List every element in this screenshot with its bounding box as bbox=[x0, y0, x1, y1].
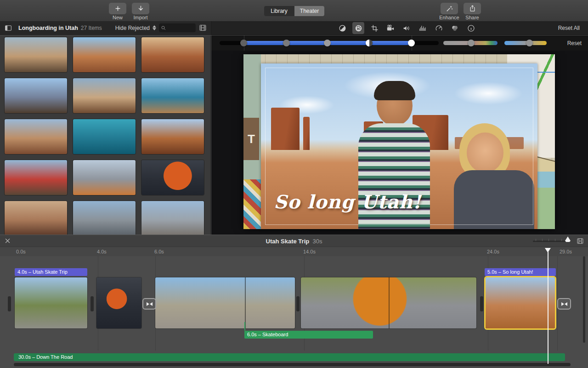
reset-all-button[interactable]: Reset All bbox=[558, 25, 580, 31]
stabilization-camera-icon[interactable] bbox=[384, 22, 396, 34]
horizontal-scrollbar[interactable] bbox=[14, 363, 571, 366]
download-arrow-icon bbox=[137, 5, 145, 12]
vertical-scrollbar[interactable] bbox=[583, 256, 585, 343]
clip-title-bar[interactable]: 5.0s – So long Utah! bbox=[485, 268, 556, 276]
share-button-label: Share bbox=[456, 15, 488, 20]
adjustments-icon-row bbox=[336, 22, 477, 34]
tab-theater[interactable]: Theater bbox=[294, 6, 324, 16]
trim-handle[interactable] bbox=[296, 296, 300, 311]
filter-stepper-icon[interactable] bbox=[153, 25, 156, 30]
trim-handle[interactable] bbox=[8, 296, 11, 311]
tab-library[interactable]: Library bbox=[264, 6, 294, 16]
saturation-slider-knob[interactable] bbox=[468, 40, 475, 46]
timeline-header: Utah Skate Trip 30s bbox=[0, 235, 588, 247]
color-balance-icon[interactable] bbox=[336, 22, 348, 34]
timeline-clip-mountain-road-skaters[interactable] bbox=[155, 277, 295, 328]
info-icon[interactable] bbox=[465, 22, 477, 34]
butte-spike bbox=[303, 117, 310, 150]
browser-thumbnail-downhill-skaters-group[interactable] bbox=[73, 201, 136, 235]
new-button[interactable] bbox=[109, 3, 126, 14]
share-button[interactable] bbox=[464, 3, 481, 14]
filmstrip-view-icon[interactable] bbox=[198, 24, 207, 32]
top-toolbar: New Import Library Theater Enhance Share bbox=[0, 0, 588, 22]
cloud bbox=[454, 82, 523, 105]
playhead-line[interactable] bbox=[548, 248, 548, 364]
adjustments-toolbar: Reset All bbox=[211, 21, 588, 35]
clip-title-bar[interactable]: 4.0s – Utah Skate Trip bbox=[15, 268, 87, 276]
timeline-clip-desert-road[interactable] bbox=[15, 277, 87, 328]
plus-icon bbox=[114, 5, 122, 12]
color-correction-sliders: Reset bbox=[211, 35, 588, 51]
timeline-body: 4.0s – Utah Skate Trip5.0s – So long Uta… bbox=[0, 256, 588, 368]
speed-gauge-icon[interactable] bbox=[433, 22, 445, 34]
timeline-zoom-slider[interactable] bbox=[533, 241, 568, 242]
viewer-preview: T 52 AUS bbox=[211, 51, 588, 235]
noise-reduction-eq-icon[interactable] bbox=[417, 22, 429, 34]
browser-item-count: 27 Items bbox=[81, 25, 102, 31]
import-button-label: Import bbox=[124, 15, 157, 20]
browser-thumbnail-cliff-jump-lake[interactable] bbox=[141, 78, 204, 113]
timeline-clip-couple-monument-valley[interactable] bbox=[486, 277, 555, 328]
transition-icon[interactable] bbox=[142, 298, 156, 310]
browser-thumbnail-canyon-mountain-biker[interactable] bbox=[141, 119, 204, 154]
butte-left bbox=[271, 108, 300, 150]
transition-icon[interactable] bbox=[557, 298, 571, 310]
crop-icon[interactable] bbox=[368, 22, 380, 34]
ruler-label-0.0s: 0.0s bbox=[16, 249, 26, 254]
levels-knob-2[interactable] bbox=[324, 40, 331, 46]
temperature-slider-knob[interactable] bbox=[526, 40, 533, 46]
search-input[interactable] bbox=[168, 25, 192, 31]
music-clip-down-the-road[interactable]: 30.0s – Down The Road bbox=[14, 353, 565, 361]
preview-photo: So long Utah! bbox=[261, 63, 537, 229]
search-field[interactable] bbox=[159, 23, 196, 32]
timeline-ruler[interactable]: 0.0s4.0s6.0s14.0s24.0s29.0s bbox=[0, 247, 588, 256]
sidebar-toggle-icon[interactable] bbox=[4, 24, 13, 32]
thumbnail-grid bbox=[0, 35, 211, 235]
browser-thumbnail-skateboard-wheel-closeup[interactable] bbox=[141, 160, 204, 195]
search-icon bbox=[161, 25, 166, 31]
trim-handle[interactable] bbox=[90, 296, 94, 311]
map-brown-card: T bbox=[243, 118, 259, 160]
browser-thumbnail-red-helmet-portrait[interactable] bbox=[5, 160, 67, 195]
browser-header: Longboarding in Utah 27 Items Hide Rejec… bbox=[0, 21, 211, 35]
clip-filter-circles-icon[interactable] bbox=[449, 22, 461, 34]
browser-thumbnail-canyon-overlook-hiker[interactable] bbox=[141, 37, 204, 72]
temperature-slider[interactable] bbox=[504, 41, 547, 45]
browser-thumbnail-face-closeup[interactable] bbox=[5, 201, 67, 235]
browser-title: Longboarding in Utah bbox=[18, 25, 78, 31]
connected-clip-skateboard[interactable]: 6.0s – Skateboard bbox=[244, 331, 373, 339]
filter-dropdown[interactable]: Hide Rejected bbox=[115, 25, 150, 31]
imovie-window: New Import Library Theater Enhance Share bbox=[0, 0, 588, 368]
trim-handle[interactable] bbox=[480, 296, 483, 311]
levels-knob-3[interactable] bbox=[366, 40, 373, 46]
levels-knob-1[interactable] bbox=[283, 40, 290, 46]
library-theater-segmented-control: Library Theater bbox=[264, 6, 324, 16]
color-correction-icon[interactable] bbox=[352, 22, 364, 34]
preview-frame-map-collage: T 52 AUS bbox=[243, 54, 555, 229]
ruler-label-24.0s: 24.0s bbox=[487, 249, 499, 254]
timeline-clip-wheel-closeup[interactable] bbox=[96, 277, 141, 328]
project-duration: 30s bbox=[312, 238, 322, 245]
timeline-project-title: Utah Skate Trip 30s bbox=[0, 238, 588, 245]
browser-thumbnail-selfie-in-bus[interactable] bbox=[5, 37, 67, 72]
browser-thumbnail-friends-overlook-backs[interactable] bbox=[5, 78, 67, 113]
levels-knob-0[interactable] bbox=[240, 40, 247, 46]
enhance-button[interactable] bbox=[441, 3, 458, 14]
ruler-label-4.0s: 4.0s bbox=[97, 249, 107, 254]
ruler-label-14.0s: 14.0s bbox=[303, 249, 316, 254]
ruler-label-29.0s: 29.0s bbox=[560, 249, 572, 254]
browser-thumbnail-monument-valley-group[interactable] bbox=[73, 37, 136, 72]
project-name: Utah Skate Trip bbox=[266, 238, 310, 245]
reset-button[interactable]: Reset bbox=[567, 40, 582, 46]
browser-thumbnail-three-friends-selfie[interactable] bbox=[5, 119, 67, 154]
browser-thumbnail-road-skater[interactable] bbox=[141, 201, 204, 235]
levels-knob-4[interactable] bbox=[408, 40, 415, 46]
browser-thumbnail-guitar-player-group[interactable] bbox=[73, 78, 136, 113]
import-button[interactable] bbox=[132, 3, 149, 14]
browser-thumbnail-longboarder-orange-road[interactable] bbox=[73, 160, 136, 195]
title-overlay-text: So long Utah! bbox=[274, 191, 421, 213]
volume-icon[interactable] bbox=[401, 22, 413, 34]
clip-appearance-icon[interactable] bbox=[576, 237, 584, 245]
timeline-clip-orange-helmet-skaters[interactable] bbox=[301, 277, 476, 328]
browser-thumbnail-lake-swimmers[interactable] bbox=[73, 119, 136, 154]
